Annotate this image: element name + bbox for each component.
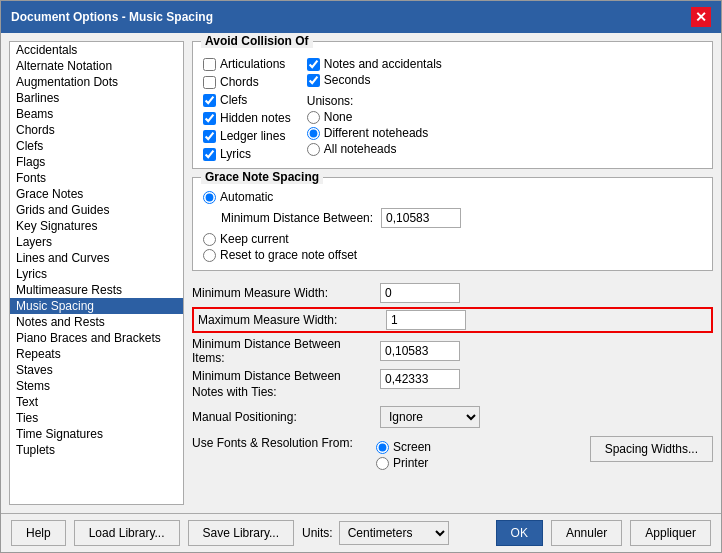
sidebar-item-barlines[interactable]: Barlines [10, 90, 183, 106]
grace-reset-radio[interactable] [203, 249, 216, 262]
units-label: Units: [302, 526, 333, 540]
sidebar-item-repeats[interactable]: Repeats [10, 346, 183, 362]
min-distance-notes-row: Minimum Distance Between Notes with Ties… [192, 369, 713, 400]
avoid-collision-section: Avoid Collision Of ArticulationsChordsCl… [192, 41, 713, 169]
sidebar-item-flags[interactable]: Flags [10, 154, 183, 170]
sidebar-item-fonts[interactable]: Fonts [10, 170, 183, 186]
sidebar-item-notes-and-rests[interactable]: Notes and Rests [10, 314, 183, 330]
grace-note-title: Grace Note Spacing [201, 170, 323, 184]
sidebar-item-multimeasure-rests[interactable]: Multimeasure Rests [10, 282, 183, 298]
grace-automatic-label: Automatic [220, 190, 273, 204]
help-button[interactable]: Help [11, 520, 66, 546]
sidebar-item-augmentation-dots[interactable]: Augmentation Dots [10, 74, 183, 90]
grace-reset-label: Reset to grace note offset [220, 248, 357, 262]
min-measure-width-row: Minimum Measure Width: [192, 283, 713, 303]
appliquer-button[interactable]: Appliquer [630, 520, 711, 546]
max-measure-width-row: Maximum Measure Width: [192, 307, 713, 333]
main-content: Avoid Collision Of ArticulationsChordsCl… [192, 41, 713, 505]
sidebar: AccidentalsAlternate NotationAugmentatio… [9, 41, 184, 505]
load-library-button[interactable]: Load Library... [74, 520, 180, 546]
avoid-cb-hidden-notes: Hidden notes [203, 110, 291, 126]
fonts-screen-radio[interactable] [376, 441, 389, 454]
save-library-button[interactable]: Save Library... [188, 520, 294, 546]
grace-keep-current-label: Keep current [220, 232, 289, 246]
fonts-printer-radio[interactable] [376, 457, 389, 470]
dialog-body: AccidentalsAlternate NotationAugmentatio… [1, 33, 721, 513]
grace-automatic-radio[interactable] [203, 191, 216, 204]
min-distance-notes-label: Minimum Distance Between Notes with Ties… [192, 369, 372, 400]
grace-min-distance-input[interactable] [381, 208, 461, 228]
manual-positioning-select[interactable]: Ignore Apply Reset [380, 406, 480, 428]
min-distance-items-row: Minimum Distance Between Items: [192, 337, 713, 365]
avoid-collision-title: Avoid Collision Of [201, 34, 313, 48]
close-button[interactable]: ✕ [691, 7, 711, 27]
avoid-cb-lyrics: Lyrics [203, 146, 291, 162]
bottom-bar: Help Load Library... Save Library... Uni… [1, 513, 721, 552]
manual-positioning-row: Manual Positioning: Ignore Apply Reset [192, 406, 713, 428]
fonts-label: Use Fonts & Resolution From: [192, 436, 372, 450]
grace-note-section: Grace Note Spacing Automatic Minimum Dis… [192, 177, 713, 271]
params-section: Minimum Measure Width: Maximum Measure W… [192, 283, 713, 470]
sidebar-item-time-signatures[interactable]: Time Signatures [10, 426, 183, 442]
ok-button[interactable]: OK [496, 520, 543, 546]
max-measure-width-input[interactable] [386, 310, 466, 330]
annuler-button[interactable]: Annuler [551, 520, 622, 546]
avoid-cb-articulations: Articulations [203, 56, 291, 72]
unisons-label: Unisons: [307, 94, 354, 108]
sidebar-item-lyrics[interactable]: Lyrics [10, 266, 183, 282]
sidebar-item-beams[interactable]: Beams [10, 106, 183, 122]
sidebar-item-layers[interactable]: Layers [10, 234, 183, 250]
max-measure-width-label: Maximum Measure Width: [198, 313, 378, 327]
avoid-cb-right-seconds: Seconds [307, 72, 442, 88]
dialog: Document Options - Music Spacing ✕ Accid… [0, 0, 722, 553]
unison-radio-all-noteheads: All noteheads [307, 142, 442, 156]
manual-positioning-label: Manual Positioning: [192, 410, 372, 424]
sidebar-item-stems[interactable]: Stems [10, 378, 183, 394]
grace-keep-current-radio[interactable] [203, 233, 216, 246]
sidebar-item-tuplets[interactable]: Tuplets [10, 442, 183, 458]
fonts-printer-label: Printer [393, 456, 428, 470]
grace-min-distance-label: Minimum Distance Between: [221, 211, 373, 225]
sidebar-item-piano-braces-and-brackets[interactable]: Piano Braces and Brackets [10, 330, 183, 346]
avoid-collision-right: Notes and accidentalsSeconds Unisons: No… [307, 56, 442, 162]
sidebar-item-key-signatures[interactable]: Key Signatures [10, 218, 183, 234]
min-measure-width-input[interactable] [380, 283, 460, 303]
sidebar-item-lines-and-curves[interactable]: Lines and Curves [10, 250, 183, 266]
sidebar-item-alternate-notation[interactable]: Alternate Notation [10, 58, 183, 74]
sidebar-item-clefs[interactable]: Clefs [10, 138, 183, 154]
fonts-radio-group: Screen Printer [376, 440, 431, 470]
fonts-resolution-row: Use Fonts & Resolution From: Screen Prin… [192, 436, 713, 470]
sidebar-item-grace-notes[interactable]: Grace Notes [10, 186, 183, 202]
sidebar-item-music-spacing[interactable]: Music Spacing [10, 298, 183, 314]
sidebar-item-staves[interactable]: Staves [10, 362, 183, 378]
units-group: Units: Centimeters Inches Points [302, 521, 449, 545]
spacing-widths-button[interactable]: Spacing Widths... [590, 436, 713, 462]
sidebar-item-accidentals[interactable]: Accidentals [10, 42, 183, 58]
unison-radio-none: None [307, 110, 442, 124]
avoid-cb-clefs: Clefs [203, 92, 291, 108]
min-measure-width-label: Minimum Measure Width: [192, 286, 372, 300]
avoid-cb-chords: Chords [203, 74, 291, 90]
avoid-collision-left: ArticulationsChordsClefsHidden notesLedg… [203, 56, 291, 162]
fonts-screen-label: Screen [393, 440, 431, 454]
min-distance-items-label: Minimum Distance Between Items: [192, 337, 372, 365]
grace-note-options: Automatic Minimum Distance Between: Keep… [203, 190, 702, 262]
title-bar: Document Options - Music Spacing ✕ [1, 1, 721, 33]
sidebar-item-ties[interactable]: Ties [10, 410, 183, 426]
avoid-cb-ledger-lines: Ledger lines [203, 128, 291, 144]
sidebar-item-text[interactable]: Text [10, 394, 183, 410]
sidebar-item-chords[interactable]: Chords [10, 122, 183, 138]
min-distance-notes-input[interactable] [380, 369, 460, 389]
dialog-title: Document Options - Music Spacing [11, 10, 213, 24]
avoid-cb-right-notes-and-accidentals: Notes and accidentals [307, 56, 442, 72]
unison-radio-different-noteheads: Different noteheads [307, 126, 442, 140]
units-select[interactable]: Centimeters Inches Points [339, 521, 449, 545]
sidebar-item-grids-and-guides[interactable]: Grids and Guides [10, 202, 183, 218]
min-distance-items-input[interactable] [380, 341, 460, 361]
